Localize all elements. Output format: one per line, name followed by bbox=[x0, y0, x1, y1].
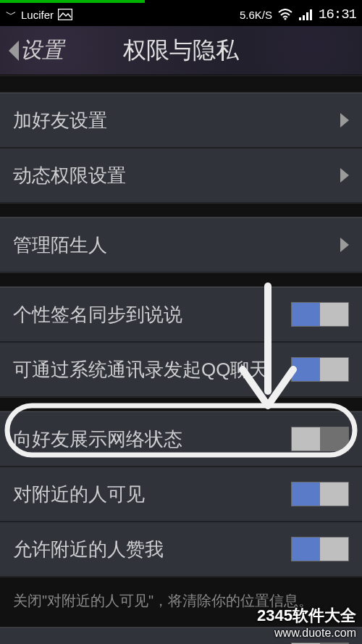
gallery-icon bbox=[58, 9, 72, 20]
svg-rect-4 bbox=[306, 12, 308, 20]
status-speed: 5.6K/S bbox=[240, 9, 272, 21]
watermark-line1: 2345软件大全 bbox=[257, 606, 356, 625]
header: 设置 权限与隐私 bbox=[0, 26, 362, 75]
toggle-show-network[interactable] bbox=[291, 427, 349, 451]
toggle-sync-signature[interactable] bbox=[291, 302, 349, 327]
row-add-friend-settings[interactable]: 加好友设置 bbox=[0, 93, 362, 148]
chevron-left-icon bbox=[9, 41, 19, 61]
svg-rect-5 bbox=[310, 9, 312, 20]
chevron-right-icon bbox=[340, 238, 349, 252]
row-sync-signature: 个性签名同步到说说 bbox=[0, 287, 362, 342]
chevron-right-icon bbox=[340, 168, 349, 183]
chevron-right-icon bbox=[340, 113, 349, 127]
svg-rect-2 bbox=[299, 17, 301, 20]
status-time: 16:31 bbox=[319, 7, 356, 22]
page-title: 权限与隐私 bbox=[123, 35, 239, 67]
row-label: 允许附近的人赞我 bbox=[13, 537, 291, 562]
row-label: 管理陌生人 bbox=[13, 233, 340, 258]
signal-icon bbox=[298, 9, 313, 20]
row-label: 个性签名同步到说说 bbox=[13, 302, 291, 327]
toggle-visible-nearby[interactable] bbox=[291, 482, 349, 506]
svg-rect-3 bbox=[303, 15, 305, 20]
row-label: 可通过系统通讯录发起QQ聊天 bbox=[13, 357, 291, 382]
wifi-icon bbox=[278, 9, 292, 20]
row-visible-nearby: 对附近的人可见 bbox=[0, 467, 362, 522]
watermark: 2345软件大全 www.duote.com bbox=[257, 606, 356, 640]
row-manage-strangers[interactable]: 管理陌生人 bbox=[0, 217, 362, 272]
row-label: 向好友展示网络状态 bbox=[13, 427, 291, 452]
row-qq-chat: 可通过系统通讯录发起QQ聊天 bbox=[0, 342, 362, 397]
row-allow-nearby-like: 允许附近的人赞我 bbox=[0, 522, 362, 577]
toggle-allow-nearby-like[interactable] bbox=[291, 537, 349, 561]
back-button[interactable]: 设置 bbox=[9, 35, 64, 65]
row-label: 动态权限设置 bbox=[13, 163, 340, 188]
row-label: 对附近的人可见 bbox=[13, 482, 291, 507]
watermark-line2: www.duote.com bbox=[257, 626, 356, 640]
svg-point-1 bbox=[284, 18, 286, 20]
row-label: 加好友设置 bbox=[13, 108, 340, 133]
status-app-name: Lucifer bbox=[21, 9, 54, 21]
row-dynamic-permission[interactable]: 动态权限设置 bbox=[0, 148, 362, 203]
status-prefix: ﹀ bbox=[6, 8, 17, 22]
row-show-network-status: 向好友展示网络状态 bbox=[0, 411, 362, 467]
back-label: 设置 bbox=[20, 35, 64, 65]
status-bar: ﹀ Lucifer 5.6K/S 16:31 bbox=[0, 3, 362, 26]
toggle-qq-chat[interactable] bbox=[291, 357, 349, 382]
